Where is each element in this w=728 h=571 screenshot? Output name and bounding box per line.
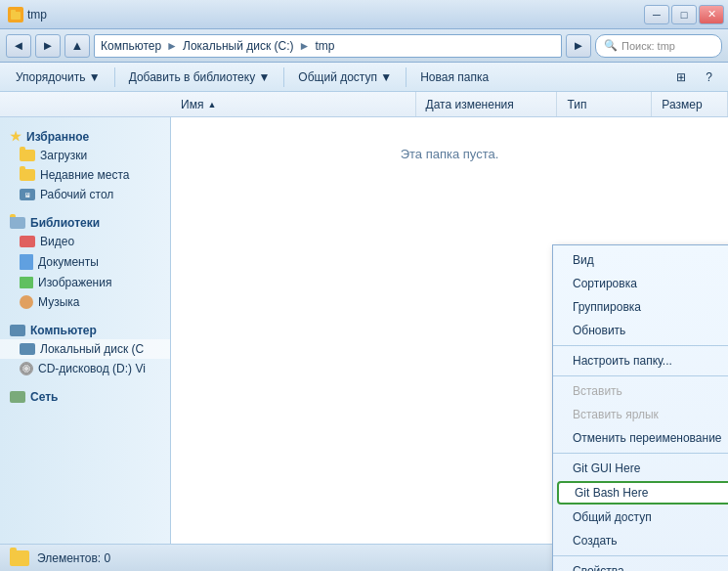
window-controls: ─ □ ✕ xyxy=(644,5,724,24)
ctx-separator-2 xyxy=(553,375,728,376)
folder-icon xyxy=(20,150,35,161)
sort-arrow-icon: ▲ xyxy=(207,100,216,110)
path-separator-2: ► xyxy=(299,39,311,53)
sidebar-computer-header: Компьютер xyxy=(0,320,170,339)
ctx-item-refresh[interactable]: Обновить xyxy=(553,319,728,342)
star-icon: ★ xyxy=(10,129,21,144)
ctx-item-view[interactable]: Вид ► xyxy=(553,248,728,272)
svg-rect-1 xyxy=(11,10,16,13)
content-area[interactable]: Эта папка пуста. Вид ► Сортировка ► Груп… xyxy=(171,117,728,544)
sidebar-network-header: Сеть xyxy=(0,386,170,406)
ctx-item-group[interactable]: Группировка ► xyxy=(553,295,728,319)
search-icon: 🔍 xyxy=(604,39,618,52)
column-date-header[interactable]: Дата изменения xyxy=(416,92,558,116)
sidebar: ★ Избранное Загрузки Недавние места 🖥 Ра… xyxy=(0,117,171,544)
title-bar-left: tmp xyxy=(8,7,47,22)
ctx-separator-4 xyxy=(553,555,728,556)
documents-icon xyxy=(20,254,33,270)
ctx-separator-1 xyxy=(553,345,728,346)
toolbar-separator-1 xyxy=(114,67,115,87)
close-button[interactable]: ✕ xyxy=(699,5,724,24)
ctx-item-paste[interactable]: Вставить xyxy=(553,379,728,403)
sidebar-item-desktop[interactable]: 🖥 Рабочий стол xyxy=(0,185,170,204)
view-button[interactable]: ⊞ xyxy=(668,66,694,89)
sidebar-item-local-c[interactable]: Локальный диск (C xyxy=(0,339,170,359)
sidebar-item-images[interactable]: Изображения xyxy=(0,273,170,292)
toolbar-separator-2 xyxy=(283,67,284,87)
column-headers: Имя ▲ Дата изменения Тип Размер xyxy=(0,92,728,117)
add-to-library-button[interactable]: Добавить в библиотеку ▼ xyxy=(121,66,278,89)
search-box[interactable]: 🔍 Поиск: tmp xyxy=(595,34,722,58)
ctx-item-git-gui[interactable]: Git GUI Here xyxy=(553,457,728,480)
empty-folder-message: Эта папка пуста. xyxy=(181,147,718,161)
ctx-item-undo-rename[interactable]: Отменить переименование CTRL+Z xyxy=(553,426,728,450)
search-placeholder: Поиск: tmp xyxy=(621,40,675,52)
maximize-button[interactable]: □ xyxy=(671,5,697,24)
sidebar-item-cd-d[interactable]: CD-дисковод (D:) Vi xyxy=(0,359,170,378)
path-drive: Локальный диск (C:) xyxy=(183,39,294,53)
title-bar: tmp ─ □ ✕ xyxy=(0,0,728,29)
toolbar-right: ⊞ ? xyxy=(668,66,720,89)
library-icon xyxy=(10,217,25,229)
toolbar: Упорядочить ▼ Добавить в библиотеку ▼ Об… xyxy=(0,63,728,92)
ctx-item-share[interactable]: Общий доступ ► xyxy=(553,505,728,529)
window-title: tmp xyxy=(27,8,47,22)
sidebar-section-computer: Компьютер Локальный диск (C CD-дисковод … xyxy=(0,320,170,378)
column-type-header[interactable]: Тип xyxy=(557,92,652,116)
ctx-item-paste-shortcut[interactable]: Вставить ярлык xyxy=(553,403,728,426)
path-computer: Компьютер xyxy=(101,39,161,53)
sidebar-item-downloads[interactable]: Загрузки xyxy=(0,146,170,165)
help-button[interactable]: ? xyxy=(698,66,720,89)
address-bar: ◄ ► ▲ Компьютер ► Локальный диск (C:) ► … xyxy=(0,29,728,63)
desktop-icon: 🖥 xyxy=(20,189,35,200)
ctx-item-git-bash[interactable]: Git Bash Here xyxy=(557,481,728,505)
address-go-button[interactable]: ► xyxy=(566,34,591,58)
share-button[interactable]: Общий доступ ▼ xyxy=(290,66,400,89)
breadcrumb: Компьютер ► Локальный диск (C:) ► tmp xyxy=(101,39,334,53)
ctx-separator-3 xyxy=(553,453,728,454)
folder-icon xyxy=(20,169,35,181)
music-icon xyxy=(20,295,33,309)
path-separator-1: ► xyxy=(166,39,178,53)
sidebar-section-libraries: Библиотеки Видео Документы Изображения М… xyxy=(0,212,170,312)
images-icon xyxy=(20,277,33,288)
sidebar-section-network: Сеть xyxy=(0,386,170,406)
ctx-item-sort[interactable]: Сортировка ► xyxy=(553,272,728,295)
context-menu: Вид ► Сортировка ► Группировка ► Обновит… xyxy=(552,244,728,571)
ctx-item-customize[interactable]: Настроить папку... xyxy=(553,349,728,373)
status-text: Элементов: 0 xyxy=(37,551,110,565)
organize-button[interactable]: Упорядочить ▼ xyxy=(8,66,108,89)
computer-icon xyxy=(10,325,25,336)
sidebar-item-video[interactable]: Видео xyxy=(0,232,170,251)
status-folder-icon xyxy=(10,550,29,566)
main-area: ★ Избранное Загрузки Недавние места 🖥 Ра… xyxy=(0,117,728,544)
column-name-header[interactable]: Имя ▲ xyxy=(171,92,416,116)
new-folder-button[interactable]: Новая папка xyxy=(412,66,496,89)
sidebar-item-music[interactable]: Музыка xyxy=(0,292,170,312)
back-button[interactable]: ◄ xyxy=(6,34,31,58)
video-icon xyxy=(20,236,35,247)
sidebar-libraries-header: Библиотеки xyxy=(0,212,170,232)
ctx-item-create[interactable]: Создать ► xyxy=(553,529,728,552)
sidebar-section-favorites: ★ Избранное Загрузки Недавние места 🖥 Ра… xyxy=(0,125,170,204)
sidebar-item-recent[interactable]: Недавние места xyxy=(0,165,170,185)
column-size-header[interactable]: Размер xyxy=(652,92,728,116)
ctx-item-properties[interactable]: Свойства xyxy=(553,559,728,571)
address-path[interactable]: Компьютер ► Локальный диск (C:) ► tmp xyxy=(94,34,562,58)
cd-icon xyxy=(20,362,33,375)
svg-rect-0 xyxy=(11,12,21,20)
sidebar-favorites-header: ★ Избранное xyxy=(0,125,170,146)
minimize-button[interactable]: ─ xyxy=(644,5,669,24)
toolbar-separator-3 xyxy=(406,67,407,87)
network-icon xyxy=(10,391,25,403)
path-folder: tmp xyxy=(315,39,334,53)
window-icon xyxy=(8,7,23,22)
up-button[interactable]: ▲ xyxy=(64,34,90,58)
forward-button[interactable]: ► xyxy=(35,34,61,58)
sidebar-item-documents[interactable]: Документы xyxy=(0,251,170,273)
hdd-icon xyxy=(20,343,35,355)
